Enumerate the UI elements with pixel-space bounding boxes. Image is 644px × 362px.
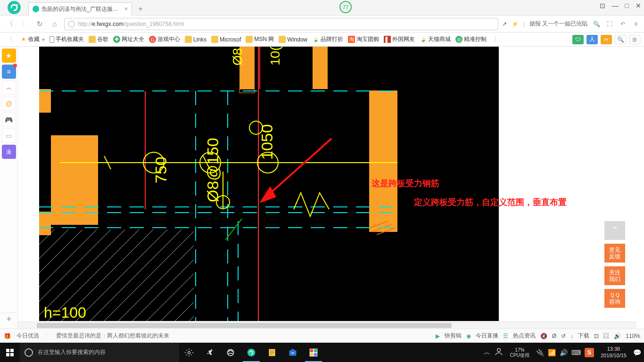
- tray-network-icon[interactable]: 📶: [548, 349, 556, 356]
- sb-weibo[interactable]: ෴: [2, 81, 16, 95]
- sb-at[interactable]: @: [2, 97, 16, 111]
- taskbar-clock[interactable]: 13:38 2018/10/15: [598, 346, 629, 358]
- download-icon[interactable]: ↓: [570, 333, 573, 339]
- gift-icon[interactable]: 🎁: [4, 333, 11, 339]
- forward-button[interactable]: 〉: [19, 18, 30, 30]
- leaf-icon: 🍃: [312, 36, 319, 43]
- url-input[interactable]: http://e.fwxgx.com/question_1960758.html: [64, 18, 498, 30]
- bookmark-mobile[interactable]: 手机收藏夹: [50, 35, 84, 43]
- search-tool-icon[interactable]: 🔍: [615, 35, 626, 44]
- svg-rect-44: [292, 349, 294, 350]
- sb-add-button[interactable]: +: [0, 313, 18, 326]
- bookmark-window[interactable]: Window: [279, 36, 307, 43]
- tray-notifications-icon[interactable]: 💬: [633, 349, 641, 356]
- browser-logo[interactable]: [0, 0, 28, 16]
- sb-news[interactable]: ≡: [2, 65, 16, 79]
- bookmark-microsoft[interactable]: Microsof: [211, 36, 241, 43]
- app-fan[interactable]: [199, 343, 220, 362]
- bookmark-tmall[interactable]: 🍃天猫商城: [420, 35, 451, 43]
- tray-ime-icon[interactable]: ⌨: [571, 349, 581, 356]
- app-paint[interactable]: [303, 343, 324, 362]
- sb-game[interactable]: 🎮: [2, 113, 16, 127]
- bookmark-precise[interactable]: ◎精准控制: [455, 35, 487, 43]
- tray-power-icon[interactable]: 🔌: [536, 349, 544, 356]
- sb-manhua[interactable]: 漫: [2, 145, 16, 159]
- bookmark-sites[interactable]: ✚网址大全: [113, 35, 144, 43]
- back-button[interactable]: 〈: [4, 18, 15, 30]
- app-360browser[interactable]: [241, 343, 262, 362]
- bookmark-taobao[interactable]: 淘淘宝团购: [348, 35, 379, 43]
- undo-icon[interactable]: ↶: [619, 20, 627, 28]
- reload-button[interactable]: ↻: [34, 18, 45, 30]
- svg-rect-5: [39, 89, 51, 113]
- scrollbar-thumb[interactable]: [37, 323, 452, 328]
- start-button[interactable]: [0, 343, 20, 362]
- app-notes[interactable]: [262, 343, 282, 362]
- follow-button[interactable]: 关注 我们: [604, 266, 625, 285]
- bookmark-google[interactable]: 谷歌: [89, 35, 108, 43]
- shield-icon[interactable]: 🛡: [572, 35, 584, 44]
- app-toolbox[interactable]: [282, 343, 303, 362]
- tray-sogou-icon[interactable]: S: [585, 348, 594, 357]
- hot-icon[interactable]: ☰: [503, 333, 508, 339]
- app-ie[interactable]: [220, 343, 241, 362]
- bookmark-brand[interactable]: 🍃品牌打折: [312, 35, 343, 43]
- screenshot-icon[interactable]: ⛶: [605, 20, 614, 28]
- scissors-icon[interactable]: ✂: [601, 35, 612, 44]
- ext-icon-1[interactable]: 人: [586, 35, 598, 44]
- reader-icon[interactable]: ⿴: [603, 333, 609, 339]
- bookmark-foreign[interactable]: ▌外国网友: [384, 35, 415, 43]
- app-settings[interactable]: [179, 343, 199, 362]
- sound-icon[interactable]: 🔊: [614, 333, 621, 339]
- qq-consult-button[interactable]: ＱＱ 咨询: [604, 289, 625, 308]
- window-maximize-button[interactable]: □: [625, 2, 629, 9]
- news-ticker[interactable]: 据报 又一个一姐已沦陷: [529, 20, 587, 28]
- mute-icon[interactable]: 🔇: [540, 333, 547, 339]
- folder-icon: [211, 36, 218, 43]
- search-icon[interactable]: 🔍: [592, 20, 601, 28]
- speed-icon[interactable]: ⚡: [512, 21, 519, 27]
- play-icon[interactable]: ▶: [436, 333, 440, 339]
- tray-people-icon[interactable]: [494, 347, 504, 358]
- window-pin-button[interactable]: ⊡: [600, 2, 605, 9]
- quote-text[interactable]: 爱情里最忌讳的是：两人都幻想着彼此的未来: [56, 332, 169, 340]
- bm-scroll-left[interactable]: 〈: [4, 34, 15, 45]
- sb-box[interactable]: ▭: [2, 129, 16, 143]
- speed-badge[interactable]: 77: [339, 1, 352, 13]
- new-tab-button[interactable]: +: [134, 2, 147, 16]
- bookmark-links[interactable]: Links: [185, 36, 206, 43]
- svg-rect-35: [6, 349, 9, 352]
- grid-icon[interactable]: ⊞: [629, 35, 640, 44]
- block-icon[interactable]: Ø: [552, 333, 556, 339]
- taskbar-apps: [179, 343, 324, 362]
- taskbar-search[interactable]: 在这里输入你要搜索的内容: [20, 343, 179, 362]
- history-icon[interactable]: ↺: [561, 333, 566, 339]
- scroll-top-button[interactable]: ⌃: [604, 221, 625, 240]
- dim-spec: Ø8@150: [204, 138, 222, 202]
- bookmark-games[interactable]: G游戏中心: [149, 35, 180, 43]
- window-close-button[interactable]: ✕: [636, 2, 641, 9]
- tray-volume-icon[interactable]: 🔊: [560, 349, 568, 356]
- dim-h100: h=100: [44, 304, 86, 321]
- tray-chevron-up-icon[interactable]: ︿: [484, 348, 490, 357]
- share-icon[interactable]: ↗: [502, 21, 507, 27]
- pip-icon[interactable]: ⊡: [594, 333, 599, 339]
- bookmark-msn[interactable]: MSN 网: [246, 35, 274, 43]
- zoom-level[interactable]: 110%: [626, 333, 640, 339]
- sb-favorites[interactable]: ★: [2, 49, 16, 63]
- menu-icon[interactable]: ≡: [632, 20, 640, 28]
- tab-close-icon[interactable]: ×: [124, 6, 128, 12]
- bookmark-favorites[interactable]: ★收藏▾: [20, 35, 45, 43]
- cpu-meter[interactable]: 17% CPU使用: [507, 347, 532, 358]
- bm-scroll-right[interactable]: 〉: [491, 34, 503, 45]
- today-picks[interactable]: 今日优选: [17, 332, 39, 340]
- window-minimize-button[interactable]: —: [612, 2, 619, 9]
- horizontal-scrollbar[interactable]: [18, 321, 636, 329]
- home-button[interactable]: ⌂: [49, 18, 60, 30]
- clock-icon[interactable]: ◉: [466, 333, 471, 339]
- browser-tab-active[interactable]: 负筋的识读与画法_广联达服务新… ×: [28, 2, 132, 16]
- left-sidebar: ★ ≡ ෴ @ 🎮 ▭ 漫 +: [0, 47, 18, 329]
- target-icon: ◎: [455, 36, 462, 43]
- feedback-button[interactable]: 意见 反馈: [604, 244, 625, 263]
- search-placeholder: 在这里输入你要搜索的内容: [38, 348, 106, 356]
